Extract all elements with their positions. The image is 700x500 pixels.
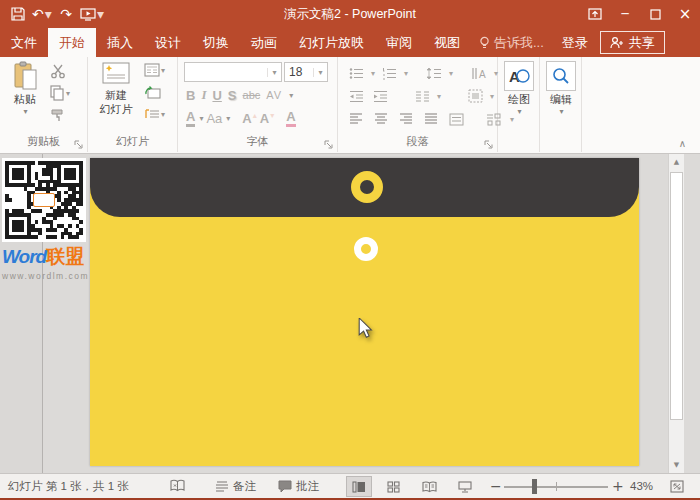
drawing-button[interactable]: A 绘图 ▾ xyxy=(500,61,538,116)
font-color-button[interactable]: A xyxy=(186,109,195,127)
tab-home[interactable]: 开始 xyxy=(48,28,96,57)
slideshow-caret-icon[interactable]: ▾ xyxy=(97,7,104,21)
format-painter-button[interactable] xyxy=(50,107,66,126)
align-text-button[interactable] xyxy=(465,86,485,106)
clear-formatting-button[interactable]: A xyxy=(286,109,295,127)
tab-design[interactable]: 设计 xyxy=(144,28,192,57)
italic-button[interactable]: I xyxy=(201,87,206,103)
change-case-caret-icon[interactable]: ▾ xyxy=(226,114,230,123)
minimize-button[interactable]: ─ xyxy=(610,0,640,28)
bullets-caret-icon[interactable]: ▾ xyxy=(371,69,375,78)
text-direction-button[interactable]: A xyxy=(469,63,489,83)
view-slideshow-button[interactable] xyxy=(452,476,478,497)
grow-font-button[interactable]: A▴ xyxy=(242,111,256,126)
vertical-scrollbar[interactable]: ▲ ▼ xyxy=(668,154,684,473)
distribute-button[interactable] xyxy=(446,109,466,129)
font-name-combobox[interactable]: ▾ xyxy=(184,62,282,82)
font-color-caret-icon[interactable]: ▾ xyxy=(199,114,203,123)
envelope-top-ring-shape[interactable] xyxy=(351,171,383,203)
layout-button[interactable]: ▾ xyxy=(144,63,165,77)
slides-group-label: 幻灯片 xyxy=(88,134,177,149)
cut-button[interactable] xyxy=(50,63,66,82)
zoom-in-button[interactable]: + xyxy=(612,474,624,498)
underline-button[interactable]: U xyxy=(212,88,221,103)
editing-button[interactable]: 编辑 ▾ xyxy=(542,61,580,116)
redo-button[interactable]: ↷ xyxy=(56,3,76,25)
change-case-button[interactable]: Aa xyxy=(206,111,222,126)
new-slide-label-1: 新建 xyxy=(105,89,127,103)
reset-slide-button[interactable] xyxy=(144,85,161,104)
align-text-caret-icon[interactable]: ▾ xyxy=(490,92,494,101)
scroll-up-button[interactable]: ▲ xyxy=(669,154,684,170)
zoom-out-button[interactable]: − xyxy=(490,474,502,498)
spacing-caret-icon[interactable]: ▾ xyxy=(289,91,293,100)
numbering-button[interactable] xyxy=(379,63,399,83)
save-button[interactable] xyxy=(8,3,28,25)
section-caret-icon[interactable]: ▾ xyxy=(161,110,165,119)
copy-button[interactable]: ▾ xyxy=(50,85,70,101)
align-right-button[interactable] xyxy=(396,109,416,129)
tab-view[interactable]: 视图 xyxy=(423,28,471,57)
tab-slideshow[interactable]: 幻灯片放映 xyxy=(288,28,375,57)
close-button[interactable]: × xyxy=(670,0,700,28)
tell-me-box[interactable]: 告诉我... xyxy=(471,28,552,57)
tab-review[interactable]: 审阅 xyxy=(375,28,423,57)
editing-caret-icon[interactable]: ▾ xyxy=(559,107,563,116)
zoom-slider-thumb[interactable] xyxy=(532,479,537,494)
font-dialog-launcher[interactable] xyxy=(324,138,334,148)
align-center-button[interactable] xyxy=(371,109,391,129)
paste-button[interactable]: 粘贴 ▾ xyxy=(5,61,45,116)
bold-button[interactable]: B xyxy=(186,88,195,103)
shrink-font-button[interactable]: A▾ xyxy=(260,111,274,126)
increase-indent-button[interactable] xyxy=(370,86,390,106)
tab-file[interactable]: 文件 xyxy=(0,28,48,57)
tab-animations[interactable]: 动画 xyxy=(240,28,288,57)
decrease-indent-button[interactable] xyxy=(346,86,366,106)
proofing-status-button[interactable] xyxy=(170,474,185,498)
zoom-level[interactable]: 43% xyxy=(630,474,653,498)
ribbon-display-options-button[interactable] xyxy=(580,0,610,28)
maximize-button[interactable] xyxy=(640,0,670,28)
columns-caret-icon[interactable]: ▾ xyxy=(437,92,441,101)
view-normal-button[interactable] xyxy=(346,476,372,497)
scrollbar-thumb[interactable] xyxy=(670,172,683,420)
clipboard-dialog-launcher[interactable] xyxy=(74,138,84,148)
drawing-caret-icon[interactable]: ▾ xyxy=(517,107,521,116)
copy-caret-icon[interactable]: ▾ xyxy=(66,89,70,98)
line-spacing-button[interactable] xyxy=(424,63,444,83)
view-reading-button[interactable] xyxy=(416,476,442,497)
line-spacing-caret-icon[interactable]: ▾ xyxy=(449,69,453,78)
scroll-down-button[interactable]: ▼ xyxy=(669,457,684,473)
section-button[interactable]: ▾ xyxy=(144,107,165,121)
justify-button[interactable] xyxy=(421,109,441,129)
new-slide-button[interactable]: 新建 幻灯片 xyxy=(94,61,138,117)
bullets-button[interactable] xyxy=(346,63,366,83)
sign-in-button[interactable]: 登录 xyxy=(552,28,598,57)
view-slide-sorter-button[interactable] xyxy=(380,476,406,497)
paragraph-dialog-launcher[interactable] xyxy=(484,138,494,148)
numbering-caret-icon[interactable]: ▾ xyxy=(404,69,408,78)
envelope-bottom-ring-shape[interactable] xyxy=(354,237,378,261)
start-slideshow-button[interactable]: ▾ xyxy=(80,3,104,25)
tab-transitions[interactable]: 切换 xyxy=(192,28,240,57)
strikethrough-button[interactable]: abc xyxy=(243,89,261,101)
layout-caret-icon[interactable]: ▾ xyxy=(161,66,165,75)
fit-to-window-button[interactable] xyxy=(664,476,690,497)
paste-caret-icon[interactable]: ▾ xyxy=(23,107,27,116)
tab-insert[interactable]: 插入 xyxy=(96,28,144,57)
collapse-ribbon-button[interactable]: ∧ xyxy=(679,138,686,149)
comments-button[interactable]: 批注 xyxy=(278,474,319,498)
font-size-caret-icon[interactable]: ▾ xyxy=(313,68,327,77)
font-size-combobox[interactable]: 18 ▾ xyxy=(284,62,328,82)
share-button[interactable]: 共享 xyxy=(600,31,665,54)
columns-button[interactable] xyxy=(412,86,432,106)
notes-button[interactable]: 备注 xyxy=(215,474,256,498)
align-left-button[interactable] xyxy=(346,109,366,129)
undo-button[interactable]: ↶ ▾ xyxy=(32,3,52,25)
undo-caret-icon[interactable]: ▾ xyxy=(45,7,52,21)
view-sorter-icon xyxy=(387,481,400,493)
text-shadow-button[interactable]: S xyxy=(228,88,237,103)
character-spacing-button[interactable]: AV xyxy=(266,89,282,101)
slide-canvas[interactable] xyxy=(90,158,639,466)
font-name-caret-icon[interactable]: ▾ xyxy=(267,68,281,77)
